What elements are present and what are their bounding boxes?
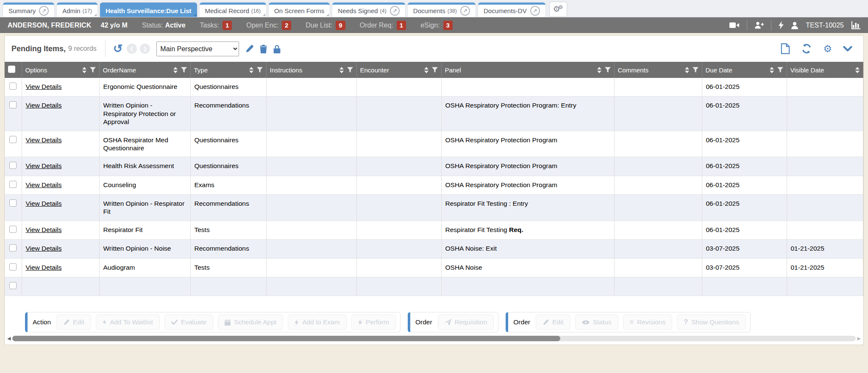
person-icon[interactable] bbox=[791, 22, 798, 29]
column-header-due-date[interactable]: Due Date bbox=[702, 62, 787, 78]
table-row[interactable]: View Details Respirator Fit Tests Respir… bbox=[5, 221, 863, 239]
row-checkbox[interactable] bbox=[9, 244, 17, 251]
view-details-link[interactable]: View Details bbox=[26, 264, 62, 271]
table-row[interactable] bbox=[5, 277, 863, 296]
sort-icon[interactable] bbox=[82, 67, 86, 73]
sort-icon[interactable] bbox=[855, 67, 860, 73]
column-header-instructions[interactable]: Instructions bbox=[266, 62, 356, 78]
popout-icon[interactable]: ↗ bbox=[530, 6, 540, 16]
popout-icon[interactable]: ↗ bbox=[390, 6, 400, 16]
filter-icon[interactable] bbox=[432, 67, 438, 73]
scrollbar-track[interactable] bbox=[12, 336, 855, 341]
open-enc-badge[interactable]: 2 bbox=[282, 21, 291, 30]
revisions-button[interactable]: ≡ Revisions bbox=[623, 315, 673, 330]
column-header-panel[interactable]: Panel bbox=[441, 62, 614, 78]
filter-icon[interactable] bbox=[347, 67, 353, 73]
filter-icon[interactable] bbox=[90, 67, 96, 73]
tab-health-surveillance-due-list[interactable]: Health Surveillance:Due List bbox=[100, 3, 197, 17]
video-camera-icon[interactable] bbox=[729, 22, 740, 28]
row-checkbox[interactable] bbox=[9, 136, 17, 143]
scrollbar-thumb[interactable] bbox=[12, 336, 560, 341]
table-row[interactable]: View Details Written Opinion - Noise Rec… bbox=[5, 240, 863, 258]
edit-button[interactable]: Edit bbox=[56, 315, 91, 330]
sort-icon[interactable] bbox=[249, 67, 253, 73]
chevron-down-icon[interactable] bbox=[843, 46, 852, 52]
schedule-appt-button[interactable]: Schedule Appt bbox=[218, 315, 283, 330]
view-details-link[interactable]: View Details bbox=[26, 136, 62, 144]
row-checkbox[interactable] bbox=[9, 226, 17, 233]
tab-on-screen-forms[interactable]: On Screen Forms bbox=[269, 3, 330, 17]
lightning-bolt-icon[interactable] bbox=[779, 21, 784, 29]
row-checkbox[interactable] bbox=[9, 263, 17, 271]
tab-documents-dv[interactable]: Documents-DV ↗ bbox=[478, 3, 545, 17]
table-row[interactable]: View Details Written Opinion - Respirato… bbox=[5, 97, 863, 131]
view-details-link[interactable]: View Details bbox=[26, 83, 62, 90]
sort-icon[interactable] bbox=[424, 67, 428, 73]
sort-icon[interactable] bbox=[685, 67, 689, 73]
scroll-right-icon[interactable]: ▶ bbox=[857, 336, 861, 341]
tab-summary[interactable]: Summary ↗ bbox=[3, 3, 54, 17]
add-to-waitlist-button[interactable]: + Add To Waitlist bbox=[96, 315, 160, 330]
requisition-button[interactable]: Requisition bbox=[438, 315, 494, 330]
sort-icon[interactable] bbox=[770, 67, 774, 73]
filter-icon[interactable] bbox=[257, 67, 263, 73]
row-checkbox[interactable] bbox=[9, 162, 17, 169]
tasks-badge[interactable]: 1 bbox=[223, 21, 232, 30]
settings-gear-icon[interactable]: ⚙ bbox=[823, 44, 832, 54]
esign-badge[interactable]: 3 bbox=[443, 21, 453, 30]
nav-back-icon[interactable]: ❮ bbox=[127, 44, 137, 54]
popout-icon[interactable]: ↗ bbox=[460, 6, 470, 16]
person-plus-icon[interactable] bbox=[754, 22, 764, 29]
view-details-link[interactable]: View Details bbox=[26, 181, 62, 188]
tab-medical-record[interactable]: Medical Record (16) bbox=[200, 3, 266, 17]
table-row[interactable]: View Details OSHA Respirator Med Questio… bbox=[5, 131, 863, 157]
trash-icon[interactable] bbox=[259, 44, 267, 53]
nav-forward-icon[interactable]: ❯ bbox=[140, 44, 150, 54]
tab-admin[interactable]: Admin (17) bbox=[57, 3, 97, 17]
sort-icon[interactable] bbox=[339, 67, 344, 73]
new-document-icon[interactable] bbox=[781, 43, 790, 54]
column-header-ordername[interactable]: OrderName bbox=[99, 62, 190, 78]
status-button[interactable]: Status bbox=[575, 315, 618, 330]
column-header-encounter[interactable]: Encounter bbox=[356, 62, 441, 78]
popout-icon[interactable]: ↗ bbox=[39, 6, 49, 16]
column-header-comments[interactable]: Comments bbox=[614, 62, 702, 78]
view-details-link[interactable]: View Details bbox=[26, 162, 62, 169]
order-req-badge[interactable]: 1 bbox=[397, 21, 406, 30]
evaluate-button[interactable]: Evaluate bbox=[164, 315, 213, 330]
perform-button[interactable]: Perform bbox=[351, 315, 396, 330]
tab-needs-signed[interactable]: Needs Signed (4) ↗ bbox=[332, 3, 405, 17]
view-details-link[interactable]: View Details bbox=[26, 102, 62, 109]
view-details-link[interactable]: View Details bbox=[26, 200, 62, 207]
row-checkbox[interactable] bbox=[9, 181, 17, 188]
tab-settings-button[interactable]: ⚙ ⚙ bbox=[549, 2, 567, 17]
show-questions-button[interactable]: ? Show Questions bbox=[677, 315, 746, 330]
table-row[interactable]: View Details Health Risk Assessment Ques… bbox=[5, 157, 863, 176]
column-header-options[interactable]: Options bbox=[22, 62, 99, 78]
refresh-icon[interactable] bbox=[801, 44, 812, 54]
table-row[interactable]: View Details Ergonomic Questionnaire Que… bbox=[5, 78, 863, 97]
add-to-exam-button[interactable]: Add to Exam bbox=[288, 315, 347, 330]
lock-icon[interactable] bbox=[273, 44, 281, 53]
column-header-type[interactable]: Type bbox=[190, 62, 266, 78]
filter-icon[interactable] bbox=[777, 67, 783, 73]
column-header-visible-date[interactable]: Visible Date bbox=[787, 62, 863, 78]
row-checkbox[interactable] bbox=[9, 101, 17, 108]
sort-icon[interactable] bbox=[597, 67, 601, 73]
edit-order-button[interactable]: Edit bbox=[536, 315, 570, 330]
select-all-checkbox[interactable] bbox=[8, 66, 15, 73]
tab-documents[interactable]: Documents (38) ↗ bbox=[408, 3, 476, 17]
table-row[interactable]: View Details Audiogram Tests OSHA Noise … bbox=[5, 258, 863, 277]
filter-icon[interactable] bbox=[605, 67, 611, 73]
filter-icon[interactable] bbox=[181, 67, 187, 73]
table-row[interactable]: View Details Counseling Exams OSHA Respi… bbox=[5, 176, 863, 194]
undo-icon[interactable]: ↺ bbox=[113, 43, 123, 55]
edit-pencil-icon[interactable] bbox=[245, 44, 254, 53]
table-row[interactable]: View Details Written Opinion - Respirato… bbox=[5, 195, 863, 221]
view-details-link[interactable]: View Details bbox=[26, 245, 62, 252]
bar-chart-icon[interactable] bbox=[851, 21, 860, 29]
row-checkbox[interactable] bbox=[9, 282, 17, 289]
perspective-select[interactable]: Main Perspective bbox=[156, 41, 239, 56]
sort-icon[interactable] bbox=[173, 67, 178, 73]
row-checkbox[interactable] bbox=[9, 83, 17, 90]
